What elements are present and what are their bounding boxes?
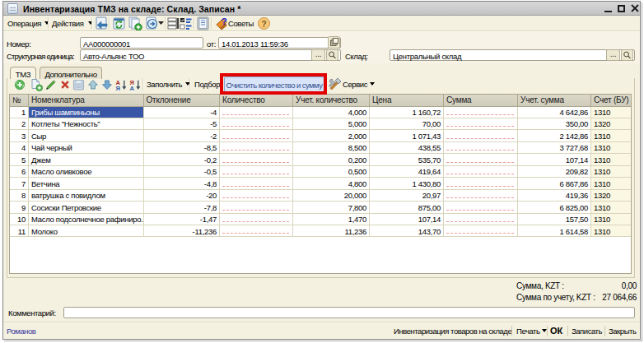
svg-text:Я: Я	[116, 85, 120, 90]
svg-text:А: А	[130, 85, 135, 90]
svg-text:?: ?	[262, 20, 267, 29]
svg-text:?: ?	[222, 17, 227, 26]
